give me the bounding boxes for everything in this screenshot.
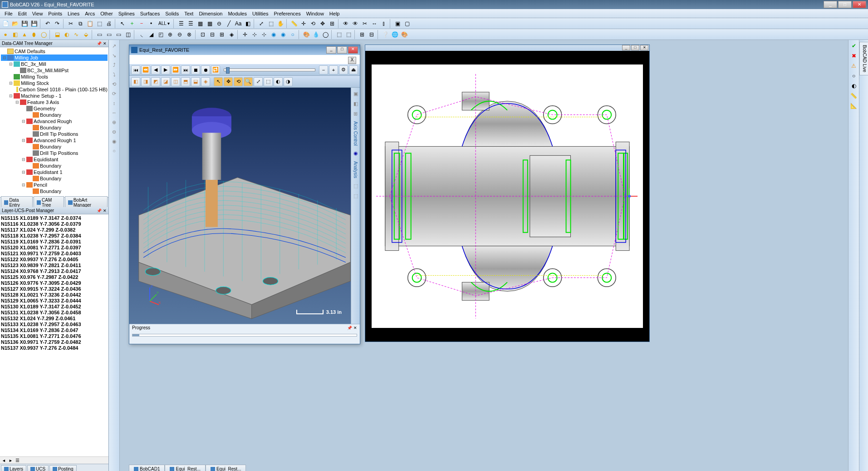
wire-icon[interactable]: ○ bbox=[288, 30, 297, 39]
vtool-6-icon[interactable]: ⟳ bbox=[110, 89, 118, 98]
menu-preferences[interactable]: Preferences bbox=[271, 10, 303, 17]
analysis-label[interactable]: Analysis bbox=[353, 161, 358, 178]
menu-file[interactable]: File bbox=[2, 10, 15, 17]
tree-node[interactable]: Boundary bbox=[1, 144, 108, 150]
circle2-icon[interactable]: ◯ bbox=[321, 30, 330, 39]
extrude-icon[interactable]: ⬓ bbox=[53, 30, 62, 39]
expand-icon[interactable]: ⊟ bbox=[8, 81, 14, 85]
maximize-button[interactable]: □ bbox=[838, 1, 852, 8]
vtool-1-icon[interactable]: ↗ bbox=[110, 42, 118, 50]
rewind-start-icon[interactable]: ⏮ bbox=[131, 65, 140, 74]
chamfer-icon[interactable]: ◢ bbox=[147, 30, 156, 39]
measure-icon[interactable]: 📏 bbox=[289, 19, 299, 28]
tree-node[interactable]: ⊟BC_3x_Mill bbox=[1, 61, 108, 67]
plane-icon[interactable]: ▭ bbox=[95, 30, 104, 39]
list-icon[interactable]: ☰ bbox=[15, 458, 20, 463]
cut-icon[interactable]: ✂ bbox=[66, 19, 75, 28]
wireframe-icon[interactable]: ▢ bbox=[402, 19, 412, 28]
warning-icon[interactable]: ⚠ bbox=[850, 62, 858, 70]
speed-up-icon[interactable]: + bbox=[329, 65, 338, 74]
tree-node[interactable]: Boundary bbox=[1, 112, 108, 118]
tree-node[interactable]: Geometry bbox=[1, 105, 108, 112]
box-icon[interactable]: ◧ bbox=[10, 30, 20, 39]
sel-box-icon[interactable]: ⬚ bbox=[334, 30, 343, 39]
subtract-icon[interactable]: ⊖ bbox=[175, 30, 184, 39]
loop-icon[interactable]: 🔁 bbox=[211, 65, 220, 74]
paste-icon[interactable]: 📋 bbox=[85, 19, 94, 28]
color-icon[interactable]: ◧ bbox=[243, 19, 252, 28]
play-icon[interactable]: ▶ bbox=[161, 65, 170, 74]
tree-node[interactable]: Drill Tip Positions bbox=[1, 131, 108, 137]
tree-node[interactable]: ⊟Feature 3 Axis bbox=[1, 99, 108, 105]
expand-icon[interactable]: ⊟ bbox=[21, 119, 26, 124]
all-dropdown[interactable]: ALL ▾ bbox=[156, 19, 172, 28]
redo-icon[interactable]: ↷ bbox=[53, 19, 62, 28]
fillet-icon[interactable]: ◟ bbox=[137, 30, 146, 39]
cube-view2-icon[interactable]: ◨ bbox=[141, 77, 150, 86]
doc-tab[interactable]: Equi_Rest... bbox=[165, 465, 205, 471]
tree-node[interactable]: ⊟Advanced Rough 1 bbox=[1, 137, 108, 144]
new-icon[interactable]: 📄 bbox=[1, 19, 10, 28]
minimize-button[interactable]: _ bbox=[824, 1, 837, 8]
select-icon[interactable]: ⬚ bbox=[95, 19, 104, 28]
layer-icon[interactable]: ☰ bbox=[177, 19, 186, 28]
view-side-icon[interactable]: ⊞ bbox=[217, 30, 226, 39]
tree-node[interactable]: Drill Tip Positions bbox=[1, 150, 108, 156]
record-icon[interactable]: ⏺ bbox=[201, 65, 210, 74]
progress-bar[interactable] bbox=[132, 334, 357, 337]
sim-minimize-button[interactable]: _ bbox=[326, 46, 336, 54]
line-icon[interactable]: ╱ bbox=[224, 19, 233, 28]
vtool-7-icon[interactable]: ↕ bbox=[110, 99, 118, 107]
ungroup-icon[interactable]: ⊟ bbox=[367, 30, 376, 39]
menu-text[interactable]: Text bbox=[181, 10, 196, 17]
play-back-icon[interactable]: ◀ bbox=[151, 65, 160, 74]
sim-inner-close-button[interactable]: X bbox=[348, 57, 356, 64]
bobcad-live-tab[interactable]: BobCAD Live bbox=[859, 42, 868, 75]
ucs-icon[interactable]: ✛ bbox=[240, 30, 250, 39]
drop-icon[interactable]: 💧 bbox=[311, 30, 320, 39]
tree-node[interactable]: ⊟Equidistant 1 bbox=[1, 169, 108, 175]
sim-slider[interactable] bbox=[224, 69, 315, 71]
cube-view5-icon[interactable]: ◫ bbox=[171, 77, 180, 86]
expand-icon[interactable]: ⊟ bbox=[15, 100, 20, 104]
palette-icon[interactable]: 🎨 bbox=[400, 30, 409, 39]
copy-icon[interactable]: ⧉ bbox=[76, 19, 85, 28]
view2-maximize-button[interactable]: □ bbox=[631, 45, 639, 50]
tree-node[interactable]: ⊟Milling Stock bbox=[1, 80, 108, 86]
vtool-9-icon[interactable]: ⊕ bbox=[110, 118, 118, 126]
layer2-icon[interactable]: ☰ bbox=[186, 19, 195, 28]
pin-icon[interactable]: 📌 ✕ bbox=[97, 208, 107, 213]
sweep-icon[interactable]: ∿ bbox=[72, 30, 81, 39]
menu-arcs[interactable]: Arcs bbox=[82, 10, 98, 17]
tab-ucs[interactable]: UCS bbox=[27, 465, 49, 471]
plane2-icon[interactable]: ▭ bbox=[104, 30, 113, 39]
sel-box2-icon[interactable]: ⬚ bbox=[344, 30, 353, 39]
grid-icon[interactable]: ▦ bbox=[196, 19, 205, 28]
expand-icon[interactable]: ⊟ bbox=[21, 157, 26, 162]
tree-node[interactable]: ⊟Milling Job bbox=[1, 55, 108, 61]
remove-icon[interactable]: － bbox=[137, 19, 146, 28]
vtool-4-icon[interactable]: ⤵ bbox=[110, 70, 118, 79]
sim-side-btn-6[interactable]: ⬚ bbox=[352, 192, 360, 200]
rb-4-icon[interactable]: ○ bbox=[850, 72, 858, 80]
cone-icon[interactable]: ▲ bbox=[20, 30, 29, 39]
step-forward-icon[interactable]: ⏩ bbox=[171, 65, 180, 74]
boolean-icon[interactable]: ⊕ bbox=[166, 30, 175, 39]
cube-view-icon[interactable]: ◧ bbox=[131, 77, 140, 86]
shade-icon[interactable]: ◉ bbox=[279, 30, 288, 39]
stop-icon[interactable]: ⏹ bbox=[191, 65, 200, 74]
sim-side-btn-5[interactable]: ⬚ bbox=[352, 182, 360, 190]
tree-node[interactable]: Boundary bbox=[1, 163, 108, 169]
snap-icon[interactable]: ✛ bbox=[299, 19, 308, 28]
sim-exit-icon[interactable]: ⏏ bbox=[349, 65, 358, 74]
menu-edit[interactable]: Edit bbox=[15, 10, 29, 17]
cylinder-icon[interactable]: ⬮ bbox=[29, 30, 39, 39]
pin-icon[interactable]: 📌 ✕ bbox=[97, 41, 107, 46]
move-icon[interactable]: ✥ bbox=[318, 19, 327, 28]
tree-node[interactable]: BC_3x_Mill.MillPst bbox=[1, 67, 108, 74]
axis-control-label[interactable]: Axis Control bbox=[353, 121, 358, 146]
save-as-icon[interactable]: 💾 bbox=[29, 19, 39, 28]
menu-modules[interactable]: Modules bbox=[225, 10, 250, 17]
menu-utilities[interactable]: Utilities bbox=[250, 10, 271, 17]
menu-view[interactable]: View bbox=[29, 10, 46, 17]
